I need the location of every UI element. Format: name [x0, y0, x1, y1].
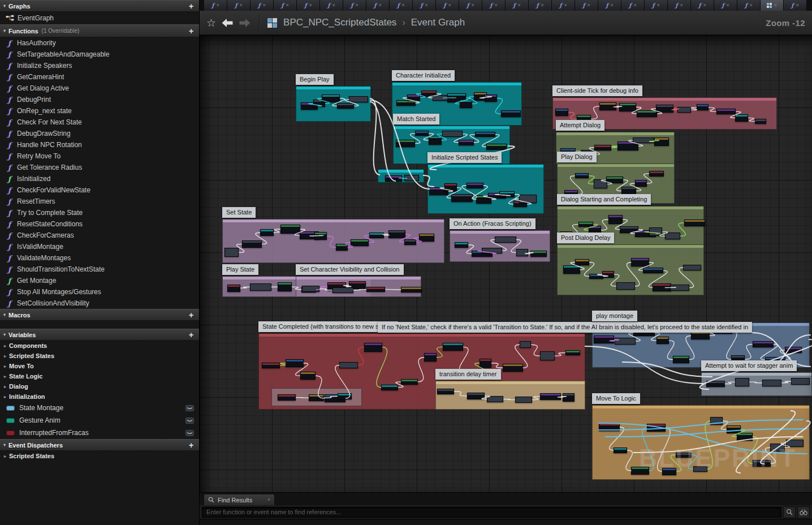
graph-node[interactable] [677, 107, 692, 113]
graph-node[interactable] [631, 258, 649, 266]
comment-label[interactable]: Attempt Dialog [556, 120, 604, 131]
graph-node[interactable] [487, 396, 503, 403]
graph-node[interactable] [250, 283, 271, 291]
graph-node[interactable] [737, 433, 753, 441]
function-item[interactable]: ƒRetry Move To [0, 150, 199, 162]
graph-node[interactable] [555, 109, 568, 116]
tab-close-icon[interactable]: × [774, 3, 777, 8]
graph-node[interactable] [227, 285, 240, 292]
graph-node[interactable] [716, 109, 736, 114]
graph-node[interactable] [515, 397, 532, 402]
visibility-eye-icon[interactable] [185, 430, 194, 436]
variable-category[interactable]: ▸Scripted States [0, 351, 199, 361]
comment-label[interactable]: play montage [592, 311, 637, 321]
function-item[interactable]: ƒHandle NPC Rotation [0, 139, 199, 150]
breadcrumb-current[interactable]: Event Graph [411, 17, 465, 28]
graph-node[interactable] [351, 239, 369, 246]
graph-node[interactable] [606, 177, 623, 183]
tab-function[interactable]: ƒ× [320, 0, 343, 11]
tab-close-icon[interactable]: × [448, 3, 451, 8]
graph-node[interactable] [455, 242, 468, 248]
comment-label[interactable]: Set Character Visibility and Collision [296, 264, 404, 275]
graph-node[interactable] [519, 195, 537, 203]
tab-function[interactable]: ƒ× [366, 0, 390, 11]
function-item[interactable]: ƒIsInitialized [0, 173, 199, 184]
section-header-variables[interactable]: ▾ Variables + [0, 329, 199, 341]
comment-label[interactable]: Dialog Starting and Completing [557, 194, 651, 205]
graph-node[interactable] [635, 180, 647, 187]
function-item[interactable]: ƒCheckForValidNewState [0, 184, 199, 196]
graph-node[interactable] [224, 248, 239, 257]
graph-node[interactable] [540, 393, 562, 400]
graph-node[interactable] [684, 220, 705, 226]
tab-function[interactable]: ƒ× [390, 0, 413, 11]
tab-close-icon[interactable]: × [703, 3, 706, 8]
variable-item[interactable]: Gesture Anim [0, 414, 199, 427]
section-header-macros[interactable]: ▾ Macros + [0, 309, 199, 321]
add-variable-button[interactable]: + [187, 331, 196, 339]
graph-node[interactable] [575, 259, 589, 266]
graph-node[interactable] [589, 274, 603, 279]
section-header-event-dispatchers[interactable]: ▾ Event Dispatchers + [0, 439, 199, 451]
graph-node[interactable] [499, 191, 515, 198]
tab-function[interactable]: ƒ× [691, 0, 714, 11]
function-item[interactable]: ƒSetTargetableAndDamageable [0, 49, 199, 60]
graph-node[interactable] [332, 287, 353, 293]
tab-close-icon[interactable]: × [518, 3, 521, 8]
graph-node[interactable] [451, 194, 473, 202]
function-item[interactable]: ƒInitialize Speakers [0, 60, 199, 71]
graph-node[interactable] [429, 136, 442, 145]
tab-function[interactable]: ƒ× [274, 0, 297, 11]
tab-function[interactable]: ƒ× [575, 0, 598, 11]
graph-node[interactable] [516, 249, 528, 256]
function-item[interactable]: ƒDebugPrint [0, 94, 199, 105]
graph-node[interactable] [649, 227, 663, 236]
graph-node[interactable] [396, 100, 416, 106]
find-in-blueprints-button[interactable] [797, 506, 810, 518]
graph-node[interactable] [608, 215, 623, 223]
graph-node[interactable] [735, 378, 749, 386]
graph-node[interactable] [424, 353, 437, 362]
graph-node[interactable] [364, 343, 382, 352]
graph-node[interactable] [475, 132, 495, 137]
graph-node[interactable] [616, 282, 635, 289]
function-item[interactable]: ƒGet Montage [0, 275, 199, 286]
comment-label[interactable]: On Action (Fracas Scripting) [450, 218, 535, 229]
graph-node[interactable] [540, 351, 554, 360]
tab-close-icon[interactable]: × [267, 497, 270, 502]
tab-function[interactable]: ƒ× [668, 0, 691, 11]
comment-label[interactable]: Set State [222, 207, 256, 218]
graph-node[interactable] [415, 131, 429, 136]
graph-node[interactable] [300, 372, 316, 380]
graph-node[interactable] [643, 268, 663, 273]
add-macro-button[interactable]: + [187, 311, 196, 319]
comment-label[interactable]: Character Initialized [392, 70, 455, 81]
graph-node[interactable] [486, 144, 507, 150]
graph-node[interactable] [322, 94, 340, 102]
add-graph-button[interactable]: + [187, 2, 196, 10]
graph-node[interactable] [314, 232, 327, 240]
tab-close-icon[interactable]: × [217, 3, 219, 8]
graph-node[interactable] [656, 337, 669, 344]
add-event-dispatcher-button[interactable]: + [187, 441, 196, 449]
graph-node[interactable] [407, 94, 420, 101]
function-item[interactable]: ƒCheckForCameras [0, 230, 199, 241]
graph-node[interactable] [753, 341, 774, 347]
comment-label[interactable]: Move To Logic [592, 393, 640, 404]
graph-node[interactable] [520, 341, 532, 348]
comment-label[interactable]: Play State [222, 264, 258, 275]
tab-close-icon[interactable]: × [356, 3, 359, 8]
visibility-eye-icon[interactable] [185, 405, 194, 411]
tab-function[interactable]: ƒ× [482, 0, 506, 11]
graph-node[interactable] [262, 363, 280, 368]
tab-close-icon[interactable]: × [588, 3, 590, 8]
graph-node[interactable] [302, 286, 319, 292]
graph-node[interactable] [242, 240, 262, 248]
tab-close-icon[interactable]: × [611, 3, 614, 8]
back-button[interactable] [221, 18, 234, 28]
graph-node[interactable] [710, 417, 723, 425]
graph-node[interactable] [482, 248, 502, 253]
graph-node[interactable] [647, 424, 666, 431]
breadcrumb-root[interactable]: BPC_NPC_ScriptedStates [283, 17, 396, 28]
visibility-eye-icon[interactable] [185, 418, 194, 424]
